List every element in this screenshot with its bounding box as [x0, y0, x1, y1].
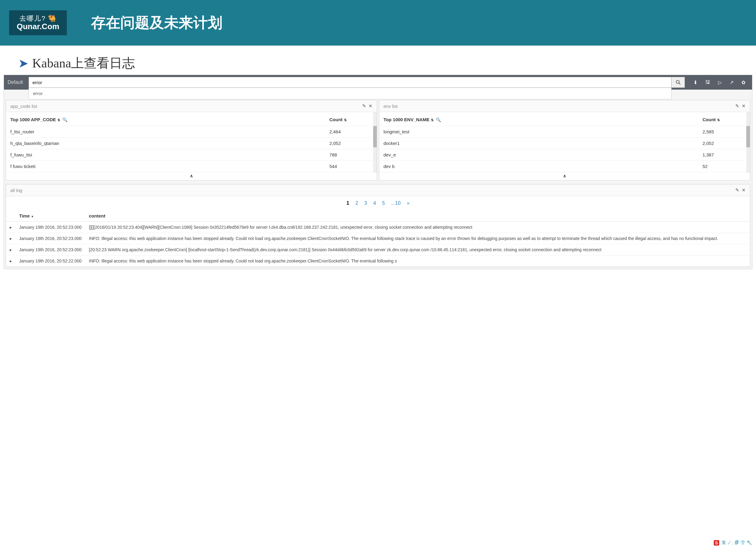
- subtitle-row: ➤ Kabana上查看日志: [0, 46, 756, 75]
- log-row[interactable]: ▸January 19th 2016, 20:52:23.000[20:52:2…: [6, 244, 750, 255]
- table-row[interactable]: longmei_test2,585: [379, 126, 750, 138]
- save-icon[interactable]: 🖫: [705, 80, 710, 85]
- search-icon: [676, 80, 681, 85]
- close-icon[interactable]: ✕: [742, 103, 746, 109]
- filter-icon: 🔍: [435, 117, 441, 122]
- panel-title: all log: [10, 188, 22, 193]
- arrow-bullet-icon: ➤: [18, 56, 29, 70]
- log-panel: all log ✎ ✕ 1 2 3 4 5 ...10 » Time ▾ con…: [6, 184, 750, 267]
- search-input[interactable]: [29, 77, 672, 88]
- col-expand: [6, 210, 15, 222]
- scrollbar-thumb[interactable]: [746, 126, 750, 147]
- subtitle-text: Kabana上查看日志: [32, 55, 135, 72]
- camel-icon: 🐫: [48, 15, 57, 22]
- settings-icon[interactable]: ✿: [741, 80, 745, 85]
- download-icon[interactable]: ⬇: [693, 80, 697, 85]
- share-icon[interactable]: ↗: [730, 80, 734, 85]
- edit-icon[interactable]: ✎: [735, 187, 739, 193]
- qunar-logo: 去哪儿?🐫 Qunar.Com: [9, 10, 67, 36]
- close-icon[interactable]: ✕: [742, 187, 746, 193]
- table-row[interactable]: dev b52: [379, 161, 750, 172]
- col-header-name[interactable]: Top 1000 ENV_NAME ⇅ 🔍: [379, 112, 698, 126]
- log-table: Time ▾ content ▸January 19th 2016, 20:52…: [6, 210, 750, 267]
- sort-icon: ⇅: [716, 118, 720, 122]
- sort-icon: ⇅: [430, 118, 434, 122]
- page-link[interactable]: 2: [356, 200, 358, 206]
- table-row[interactable]: f fuwu ticketi544: [6, 161, 377, 172]
- app-code-panel: app_code list ✎ ✕ Top 1000 APP_CODE ⇅ 🔍 …: [6, 100, 377, 180]
- log-row[interactable]: ▸January 19th 2016, 20:52:23.000[][][201…: [6, 222, 750, 233]
- close-icon[interactable]: ✕: [369, 103, 373, 109]
- svg-point-0: [676, 80, 679, 84]
- table-row[interactable]: h_qta_baseinfo_qtaman2,052: [6, 138, 377, 149]
- panel-title: app_code list: [10, 104, 37, 109]
- slide-title: 存在问题及未来计划: [91, 13, 222, 33]
- sort-icon: ⇅: [57, 118, 60, 122]
- table-row[interactable]: f_ttsi_router2,464: [6, 126, 377, 138]
- table-row[interactable]: dev_e1,387: [379, 149, 750, 161]
- expand-icon[interactable]: ▸: [6, 244, 15, 255]
- pagination: 1 2 3 4 5 ...10 »: [6, 196, 750, 210]
- log-row[interactable]: ▸January 19th 2016, 20:52:23.000INFO: Il…: [6, 233, 750, 244]
- page-link[interactable]: 4: [373, 200, 376, 206]
- logo-text-top: 去哪儿?: [19, 15, 46, 22]
- logo-text-bottom: Qunar.Com: [17, 22, 59, 31]
- edit-icon[interactable]: ✎: [362, 103, 366, 109]
- page-current[interactable]: 1: [346, 200, 349, 206]
- sort-icon: ⇅: [343, 118, 347, 122]
- env-table: Top 1000 ENV_NAME ⇅ 🔍 Count ⇅ longmei_te…: [379, 112, 750, 172]
- page-link[interactable]: 3: [364, 200, 367, 206]
- collapse-button[interactable]: ∧: [6, 172, 377, 180]
- index-selector[interactable]: Default: [4, 80, 29, 85]
- sort-desc-icon: ▾: [31, 215, 33, 218]
- edit-icon[interactable]: ✎: [735, 103, 739, 109]
- toolbar-icons: ⬇ 🖫 ▷ ↗ ✿: [685, 80, 752, 85]
- app-code-table: Top 1000 APP_CODE ⇅ 🔍 Count ⇅ f_ttsi_rou…: [6, 112, 377, 172]
- scrollbar-thumb[interactable]: [373, 126, 377, 147]
- topbar: Default error ⬇ 🖫 ▷ ↗ ✿: [4, 75, 752, 90]
- env-panel: env list ✎ ✕ Top 1000 ENV_NAME ⇅ 🔍 Count…: [379, 100, 750, 180]
- panels-row: app_code list ✎ ✕ Top 1000 APP_CODE ⇅ 🔍 …: [4, 98, 752, 182]
- col-header-count[interactable]: Count ⇅: [325, 112, 377, 126]
- expand-icon[interactable]: ▸: [6, 222, 15, 233]
- search-box: error: [29, 77, 672, 88]
- svg-line-1: [679, 83, 680, 85]
- collapse-button[interactable]: ∧: [379, 172, 750, 180]
- col-header-content[interactable]: content: [85, 210, 750, 222]
- table-row[interactable]: docker12,052: [379, 138, 750, 149]
- search-button[interactable]: [672, 77, 685, 88]
- page-link[interactable]: 5: [382, 200, 385, 206]
- table-row[interactable]: f_fuwu_ttsi788: [6, 149, 377, 161]
- log-row[interactable]: ▸January 19th 2016, 20:52:22.000INFO: Il…: [6, 255, 750, 267]
- col-header-count[interactable]: Count ⇅: [698, 112, 750, 126]
- slide-header: 去哪儿?🐫 Qunar.Com 存在问题及未来计划: [0, 0, 756, 46]
- panel-title: env list: [383, 104, 398, 109]
- expand-icon[interactable]: ▸: [6, 233, 15, 244]
- col-header-time[interactable]: Time ▾: [15, 210, 85, 222]
- expand-icon[interactable]: ▸: [6, 255, 15, 267]
- col-header-name[interactable]: Top 1000 APP_CODE ⇅ 🔍: [6, 112, 325, 126]
- filter-icon: 🔍: [61, 117, 67, 122]
- search-suggestion[interactable]: error: [29, 88, 672, 99]
- page-next[interactable]: »: [407, 200, 410, 206]
- kibana-dashboard: Default error ⬇ 🖫 ▷ ↗ ✿ app_code list ✎ …: [4, 75, 752, 269]
- folder-icon[interactable]: ▷: [718, 80, 722, 85]
- page-link[interactable]: ...10: [391, 200, 400, 206]
